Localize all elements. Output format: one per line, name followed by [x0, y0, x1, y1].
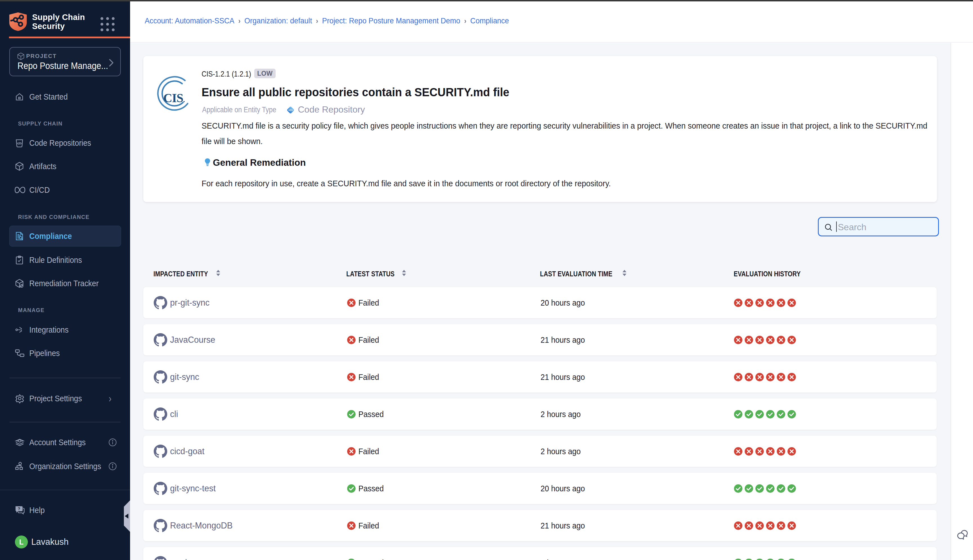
svg-text:CIS.: CIS.: [163, 91, 185, 105]
svg-text:</>: </>: [288, 108, 293, 112]
svg-text:?: ?: [18, 507, 20, 511]
